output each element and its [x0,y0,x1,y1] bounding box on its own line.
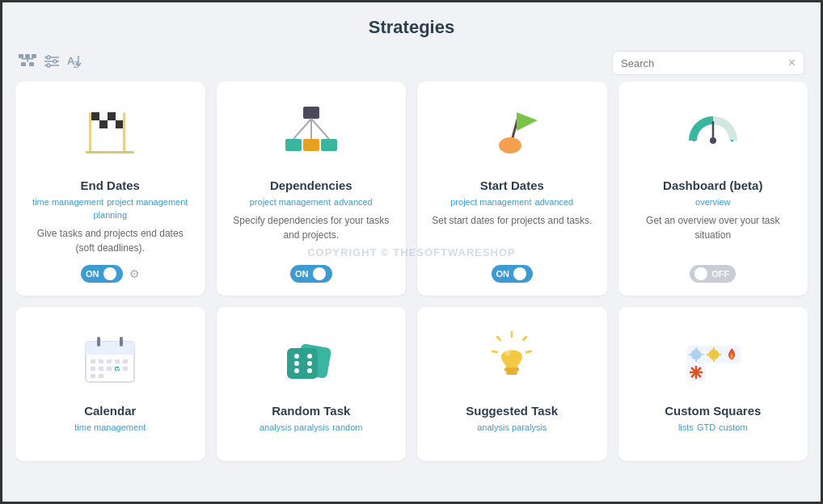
svg-line-75 [497,337,500,340]
svg-point-68 [294,368,299,373]
end-dates-toggle[interactable]: ON [81,265,123,283]
sort-icon[interactable]: A Z [67,54,82,73]
end-dates-footer: ON ⚙ [81,265,140,283]
random-task-image [279,321,344,394]
svg-rect-28 [116,120,123,128]
dashboard-toggle-label: OFF [711,269,729,279]
svg-point-66 [294,354,299,359]
svg-rect-30 [303,107,319,119]
svg-line-76 [492,351,497,352]
svg-line-73 [523,337,526,340]
svg-point-81 [691,350,701,359]
card-end-dates: End Dates time management project manage… [15,82,205,296]
card-custom-squares: Custom Squares lists GTD custom [618,307,808,461]
dashboard-footer: OFF [690,265,736,283]
svg-rect-25 [91,120,99,128]
end-dates-toggle-knob [103,267,116,280]
dependencies-toggle-knob [313,267,326,280]
tag-planning[interactable]: planning [93,210,127,220]
page-header: Strategies [2,2,821,46]
card-dashboard: Dashboard (beta) overview Get an overvie… [618,82,808,296]
tag-random[interactable]: random [332,422,362,432]
svg-point-87 [709,350,719,359]
tag-project-mgmt[interactable]: project management [250,197,331,207]
svg-rect-55 [115,359,120,363]
svg-point-71 [307,361,312,366]
svg-rect-52 [91,359,95,363]
custom-squares-title: Custom Squares [665,404,761,418]
svg-rect-19 [89,112,91,153]
tag-proj-mgmt2[interactable]: project management [450,197,531,207]
svg-rect-4 [27,58,29,62]
cards-container: End Dates time management project manage… [2,82,821,502]
svg-rect-5 [21,62,26,66]
tag-time-management[interactable]: time management [32,197,103,207]
svg-rect-56 [123,359,128,363]
dashboard-title: Dashboard (beta) [663,178,762,192]
svg-rect-62 [91,374,95,378]
dependencies-footer: ON [290,265,332,283]
search-input[interactable] [621,57,788,69]
start-dates-title: Start Dates [480,178,544,192]
svg-rect-23 [108,112,116,120]
svg-rect-41 [509,137,513,144]
calendar-title: Calendar [84,404,136,418]
svg-point-67 [307,354,312,359]
dashboard-toggle-knob [694,267,707,280]
cards-grid: End Dates time management project manage… [15,82,808,461]
dependencies-image [279,96,344,169]
svg-rect-53 [99,359,103,363]
start-dates-toggle-knob [513,267,526,280]
svg-rect-59 [107,367,112,371]
tag-analysis-paralysis2[interactable]: analysis paralysis [477,422,547,432]
dashboard-image [681,96,745,169]
tag-custom[interactable]: custom [719,422,747,432]
toolbar-left: A Z [19,54,82,73]
tag-time-mgmt2[interactable]: time management [74,422,146,432]
hierarchy-icon[interactable] [19,54,36,73]
tag-overview[interactable]: overview [695,197,730,207]
tag-project-management[interactable]: project management [107,197,188,207]
random-task-title: Random Task [272,404,350,418]
svg-rect-6 [29,62,34,66]
svg-rect-49 [86,348,134,355]
calendar-image [78,321,142,394]
svg-rect-32 [303,139,319,151]
page: Strategies [2,2,821,502]
tag-gtd[interactable]: GTD [697,422,715,432]
svg-point-69 [307,368,312,373]
tag-advanced2[interactable]: advanced [535,197,574,207]
svg-rect-22 [99,112,108,120]
dependencies-toggle-label: ON [295,269,309,279]
end-dates-description: Give tasks and projects end dates (soft … [28,226,192,255]
tag-analysis-paralysis[interactable]: analysis paralysis [260,422,329,432]
search-box[interactable]: × [612,51,804,75]
tag-advanced[interactable]: advanced [334,197,373,207]
svg-rect-2 [32,54,36,58]
svg-rect-58 [99,367,103,371]
start-dates-tags: project management advanced [450,197,573,207]
svg-rect-1 [25,54,30,58]
svg-rect-77 [504,368,519,372]
svg-point-44 [710,137,716,144]
card-calendar: Calendar time management [15,307,205,461]
svg-line-34 [293,119,311,139]
svg-rect-27 [108,120,116,128]
tag-lists[interactable]: lists [678,422,694,432]
custom-squares-tags: lists GTD custom [678,422,748,432]
svg-rect-24 [116,112,123,120]
end-dates-gear-icon[interactable]: ⚙ [129,267,140,280]
filter-icon[interactable] [44,54,59,73]
start-dates-toggle[interactable]: ON [492,265,534,283]
search-clear-button[interactable]: × [788,57,796,69]
svg-rect-57 [91,367,95,371]
start-dates-description: Set start dates for projects and tasks. [432,213,592,255]
end-dates-image [78,96,142,169]
suggested-task-image [479,321,544,394]
svg-rect-78 [506,372,517,375]
dashboard-toggle[interactable]: OFF [690,265,736,283]
dependencies-toggle[interactable]: ON [290,265,332,283]
svg-rect-0 [19,54,23,58]
suggested-task-title: Suggested Task [466,404,558,418]
svg-rect-61 [123,367,128,371]
